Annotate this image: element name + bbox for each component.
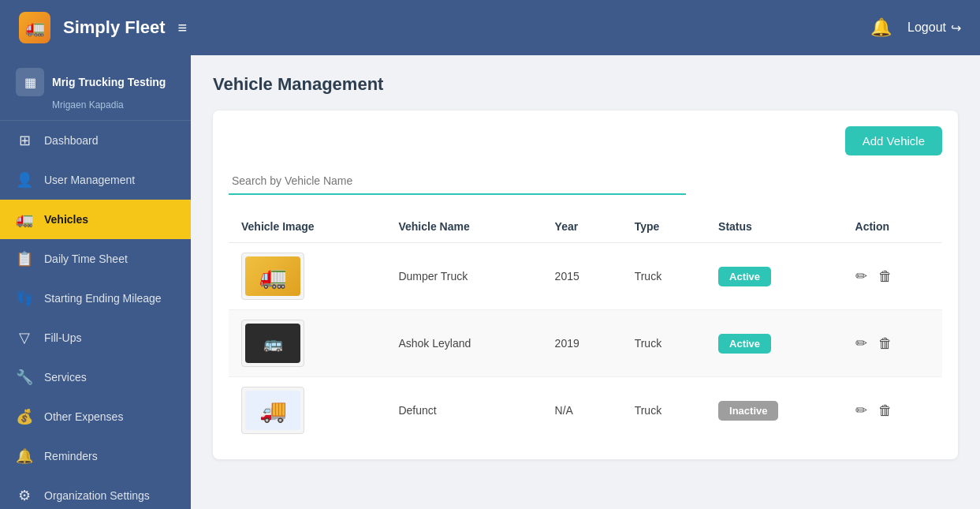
cell-status: Inactive <box>706 377 843 444</box>
cell-year: 2015 <box>542 243 622 310</box>
sidebar-item-services[interactable]: 🔧 Services <box>0 357 191 397</box>
table-row: 🚌 Ashok Leyland 2019 Truck Active ✏ 🗑 <box>229 310 942 377</box>
delete-icon[interactable]: 🗑 <box>878 402 892 419</box>
logout-label: Logout <box>907 21 946 35</box>
search-input[interactable] <box>229 168 686 195</box>
sidebar-item-dashboard[interactable]: ⊞ Dashboard <box>0 121 191 160</box>
action-icons: ✏ 🗑 <box>855 335 930 352</box>
reminders-icon: 🔔 <box>16 447 33 465</box>
cell-type: Truck <box>622 310 706 377</box>
status-badge: Active <box>718 267 771 286</box>
col-action: Action <box>843 211 942 243</box>
col-year: Year <box>542 211 622 243</box>
cell-vehicle-image: 🚌 <box>229 310 386 377</box>
action-icons: ✏ 🗑 <box>855 402 930 419</box>
app-logo: 🚛 <box>19 12 50 43</box>
status-badge: Inactive <box>718 401 778 421</box>
edit-icon[interactable]: ✏ <box>855 335 867 352</box>
org-icon: ▦ <box>16 68 44 96</box>
sidebar-item-label: Fill-Ups <box>44 331 81 344</box>
col-status: Status <box>706 211 843 243</box>
sidebar-item-organization-settings[interactable]: ⚙ Organization Settings <box>0 476 191 509</box>
cell-type: Truck <box>622 377 706 444</box>
sidebar-item-label: Other Expenses <box>44 410 123 423</box>
logout-icon: ↪ <box>951 21 961 36</box>
sidebar-item-label: Services <box>44 371 87 384</box>
table-row: 🚛 Dumper Truck 2015 Truck Active ✏ 🗑 <box>229 243 942 310</box>
org-settings-icon: ⚙ <box>16 487 33 504</box>
header-right: 🔔 Logout ↪ <box>870 17 961 38</box>
vehicles-icon: 🚛 <box>16 211 33 228</box>
sidebar-item-label: Daily Time Sheet <box>44 253 128 265</box>
page-title: Vehicle Management <box>213 74 958 95</box>
dashboard-icon: ⊞ <box>16 132 33 149</box>
sidebar-item-label: User Management <box>44 174 135 186</box>
delete-icon[interactable]: 🗑 <box>878 268 892 285</box>
cell-action: ✏ 🗑 <box>843 377 942 444</box>
app-title: Simply Fleet <box>63 17 166 38</box>
sidebar-item-fill-ups[interactable]: ▽ Fill-Ups <box>0 318 191 357</box>
sidebar-item-label: Vehicles <box>44 213 88 226</box>
fill-ups-icon: ▽ <box>16 329 33 346</box>
vehicle-management-card: Add Vehicle Vehicle Image Vehicle Name Y… <box>213 110 958 459</box>
sidebar-item-starting-ending-mileage[interactable]: 👣 Starting Ending Mileage <box>0 279 191 318</box>
user-management-icon: 👤 <box>16 171 33 189</box>
sidebar-item-label: Reminders <box>44 450 98 462</box>
col-vehicle-image: Vehicle Image <box>229 211 386 243</box>
col-vehicle-name: Vehicle Name <box>386 211 542 243</box>
cell-year: 2019 <box>542 310 622 377</box>
sidebar-item-user-management[interactable]: 👤 User Management <box>0 160 191 200</box>
cell-vehicle-image: 🚚 <box>229 377 386 444</box>
app-header: 🚛 Simply Fleet ≡ 🔔 Logout ↪ <box>0 0 980 55</box>
add-vehicle-button[interactable]: Add Vehicle <box>845 126 942 155</box>
main-layout: ▦ Mrig Trucking Testing Mrigaen Kapadia … <box>0 55 980 509</box>
main-content: Vehicle Management Add Vehicle Vehicle I… <box>191 55 980 509</box>
table-row: 🚚 Defunct N/A Truck Inactive ✏ 🗑 <box>229 377 942 444</box>
sidebar: ▦ Mrig Trucking Testing Mrigaen Kapadia … <box>0 55 191 509</box>
status-badge: Active <box>718 334 771 354</box>
menu-toggle-icon[interactable]: ≡ <box>178 19 188 37</box>
cell-action: ✏ 🗑 <box>843 243 942 310</box>
org-section: ▦ Mrig Trucking Testing Mrigaen Kapadia <box>0 55 191 121</box>
cell-type: Truck <box>622 243 706 310</box>
sidebar-item-label: Starting Ending Mileage <box>44 292 162 305</box>
mileage-icon: 👣 <box>16 290 33 307</box>
sidebar-item-other-expenses[interactable]: 💰 Other Expenses <box>0 397 191 436</box>
sidebar-item-vehicles[interactable]: 🚛 Vehicles <box>0 200 191 239</box>
cell-vehicle-image: 🚛 <box>229 243 386 310</box>
col-type: Type <box>622 211 706 243</box>
cell-vehicle-name: Ashok Leyland <box>386 310 542 377</box>
cell-vehicle-name: Defunct <box>386 377 542 444</box>
vehicle-image-outline: 🚚 <box>245 391 300 430</box>
cell-status: Active <box>706 243 843 310</box>
org-header: ▦ Mrig Trucking Testing <box>16 68 175 96</box>
notification-bell-icon[interactable]: 🔔 <box>870 17 892 38</box>
vehicle-image-truck: 🚛 <box>245 256 300 296</box>
cell-vehicle-name: Dumper Truck <box>386 243 542 310</box>
logout-button[interactable]: Logout ↪ <box>907 21 961 36</box>
other-expenses-icon: 💰 <box>16 408 33 425</box>
card-header-row: Add Vehicle <box>229 126 942 155</box>
edit-icon[interactable]: ✏ <box>855 268 867 285</box>
org-name: Mrig Trucking Testing <box>52 75 166 89</box>
cell-status: Active <box>706 310 843 377</box>
table-body: 🚛 Dumper Truck 2015 Truck Active ✏ 🗑 🚌 A… <box>229 243 942 444</box>
services-icon: 🔧 <box>16 369 33 386</box>
vehicle-table: Vehicle Image Vehicle Name Year Type Sta… <box>229 211 942 444</box>
vehicle-image-dark: 🚌 <box>245 324 300 363</box>
cell-action: ✏ 🗑 <box>843 310 942 377</box>
cell-year: N/A <box>542 377 622 444</box>
sidebar-item-reminders[interactable]: 🔔 Reminders <box>0 436 191 476</box>
sidebar-item-daily-time-sheet[interactable]: 📋 Daily Time Sheet <box>0 239 191 279</box>
table-header: Vehicle Image Vehicle Name Year Type Sta… <box>229 211 942 243</box>
sidebar-item-label: Organization Settings <box>44 489 150 502</box>
header-left: 🚛 Simply Fleet ≡ <box>19 12 187 43</box>
sidebar-item-label: Dashboard <box>44 134 99 147</box>
action-icons: ✏ 🗑 <box>855 268 930 285</box>
org-user: Mrigaen Kapadia <box>16 99 175 110</box>
daily-time-sheet-icon: 📋 <box>16 250 33 268</box>
search-row <box>229 168 942 195</box>
delete-icon[interactable]: 🗑 <box>878 335 892 352</box>
edit-icon[interactable]: ✏ <box>855 402 867 419</box>
